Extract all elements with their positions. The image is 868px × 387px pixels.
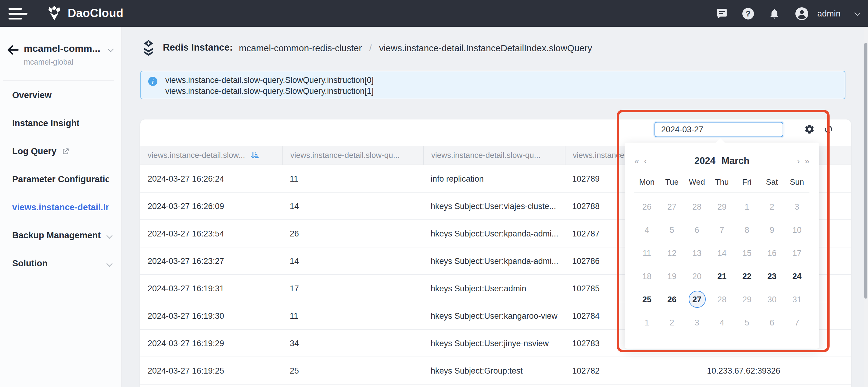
next-month-icon[interactable]: › [797,156,800,165]
calendar-weekdays: MonTueWedThuFriSatSun [634,172,809,192]
calendar-day[interactable]: 25 [634,288,659,311]
gear-icon[interactable] [804,124,815,135]
calendar-day: 28 [684,195,709,218]
sidebar-item-solution[interactable]: Solution [0,249,121,277]
sidebar-item-parameter-configuration[interactable]: Parameter Configuration [0,165,121,193]
sidebar: mcamel-comm... mcamel-global OverviewIns… [0,27,122,387]
calendar-day: 31 [784,288,809,311]
calendar-day: 6 [684,218,709,241]
calendar-day: 18 [634,265,659,288]
username[interactable]: admin [817,8,841,18]
prev-month-icon[interactable]: ‹ [644,156,647,165]
menu-icon[interactable] [8,5,28,21]
calendar-year[interactable]: 2024 [694,155,715,166]
calendar-day: 17 [784,241,809,265]
calendar-day: 30 [760,288,784,311]
calendar-day: 19 [659,265,684,288]
sidebar-item-views-instance-detail-inst[interactable]: views.instance-detail.Inst [0,193,121,221]
calendar-day: 8 [735,218,760,241]
sidebar-nav: OverviewInstance InsightLog QueryParamet… [0,81,121,277]
avatar[interactable] [795,6,809,21]
calendar-day: 5 [735,311,760,334]
weekday-label: Tue [659,177,684,186]
calendar-day: 5 [659,218,684,241]
breadcrumb: Redis Instance: mcamel-common-redis-clus… [140,39,592,56]
cell: 2024-03-27 16:26:09 [140,192,282,219]
chat-icon[interactable] [716,8,728,19]
calendar-grid: 2627282912345678910111213141516171819202… [634,195,809,334]
calendar-day: 1 [735,195,760,218]
calendar-day: 9 [760,218,784,241]
sidebar-item-label: Instance Insight [12,118,80,128]
sort-descending-icon[interactable] [250,151,258,160]
breadcrumb-cluster[interactable]: mcamel-common-redis-cluster [239,42,362,53]
weekday-label: Sun [784,177,809,186]
calendar-day: 2 [659,311,684,334]
info-line: views.instance-detail.slow-query.SlowQue… [165,75,837,86]
chevron-down-icon[interactable] [854,9,860,15]
refresh-icon[interactable] [823,124,834,135]
calendar-day: 20 [684,265,709,288]
instance-switcher[interactable]: mcamel-comm... [24,43,113,54]
back-arrow-icon[interactable] [6,43,20,59]
calendar-day: 13 [684,241,709,265]
cell: hkeys Subject:Group:test [423,357,565,384]
cell: 14 [282,247,423,274]
calendar-day: 4 [634,218,659,241]
scrollbar [864,27,868,387]
calendar-day: 2 [760,195,784,218]
table-row: 2024-03-27 16:19:2525hkeys Subject:Group… [140,357,851,385]
cell: 26 [282,220,423,247]
breadcrumb-prefix: Redis Instance: [163,42,233,53]
date-picker-popup: « ‹ 2024 March › » MonTueWedThuFriSatSun… [625,143,819,349]
scrollbar-thumb[interactable] [864,43,867,298]
next-year-icon[interactable]: » [805,156,809,165]
weekday-label: Wed [684,177,709,186]
chevron-down-icon [108,46,114,52]
calendar-day: 10 [784,218,809,241]
cell: hkeys Subject:User:kpanda-admi... [423,220,565,247]
calendar-day[interactable]: 21 [709,265,735,288]
cell: 10.233.67.62:39326 [700,357,851,384]
calendar-day[interactable]: 26 [659,288,684,311]
cell: 11 [282,165,423,192]
weekday-label: Fri [735,177,760,186]
weekday-label: Mon [634,177,659,186]
calendar-day[interactable]: 22 [735,265,760,288]
calendar-month[interactable]: March [722,155,749,166]
daocloud-logo-icon [46,5,62,21]
help-icon[interactable]: ? [742,8,754,19]
calendar-day: 26 [634,195,659,218]
calendar-day[interactable]: 24 [784,265,809,288]
cell: hkeys Subject:User:jinye-nsview [423,330,565,356]
breadcrumb-page: views.instance-detail.InstanceDetailInde… [379,42,592,53]
calendar-day: 29 [735,288,760,311]
prev-year-icon[interactable]: « [634,156,639,165]
sidebar-item-log-query[interactable]: Log Query [0,137,121,165]
cell: hkeys Subject:User:kangaroo-view [423,302,565,329]
cell: 2024-03-27 16:19:30 [140,302,282,329]
bell-icon[interactable] [769,8,780,19]
calendar-day-selected[interactable]: 27 [684,288,709,311]
cell: 14 [282,192,423,219]
calendar-day[interactable]: 23 [760,265,784,288]
calendar-day: 4 [709,311,735,334]
sidebar-item-backup-management[interactable]: Backup Management [0,221,121,249]
cell: hkeys Subject:User:viajes-cluste... [423,192,565,219]
info-icon: i [148,77,157,86]
sidebar-item-overview[interactable]: Overview [0,81,121,109]
sidebar-item-label: Log Query [12,146,56,156]
calendar-day: 11 [634,241,659,265]
chevron-down-icon [106,260,113,266]
column-header-time[interactable]: views.instance-detail.slow... [140,146,282,165]
calendar-day: 12 [659,241,684,265]
brand-name: DaoCloud [68,7,124,20]
cell: 34 [282,330,423,356]
instance-name: mcamel-comm... [24,43,100,54]
column-label: views.instance-detail.slow... [148,150,245,160]
chevron-down-icon [106,232,113,238]
sidebar-item-instance-insight[interactable]: Instance Insight [0,109,121,137]
sidebar-item-label: Parameter Configuration [12,174,108,184]
date-input[interactable] [654,122,783,137]
sidebar-item-label: Solution [12,258,48,268]
